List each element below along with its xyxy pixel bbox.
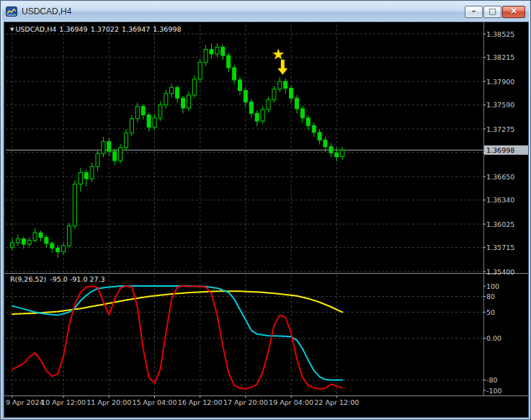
svg-text:22 Apr 12:00: 22 Apr 12:00 — [314, 398, 359, 406]
svg-text:1.37590: 1.37590 — [486, 101, 514, 109]
svg-text:100: 100 — [486, 282, 499, 290]
price-axis[interactable]: 1.385251.382151.379001.375901.372751.366… — [483, 30, 514, 395]
svg-text:-80: -80 — [486, 376, 498, 384]
chart-app-icon — [6, 6, 17, 17]
maximize-button[interactable]: □ — [483, 6, 501, 18]
info-low: 1.36947 — [122, 25, 150, 33]
minimize-button[interactable]: – — [465, 6, 483, 18]
svg-text:9 Apr 2024: 9 Apr 2024 — [6, 398, 44, 406]
oscillator-line-cyan — [12, 286, 342, 380]
ohlc-info-line: ▼USDCAD,H41.369491.370221.369471.36998 — [10, 25, 184, 33]
current-price-label: 1.36998 — [484, 146, 528, 155]
svg-text:1.36650: 1.36650 — [486, 173, 514, 181]
svg-text:19 Apr 04:00: 19 Apr 04:00 — [269, 398, 313, 406]
svg-text:16 Apr 12:00: 16 Apr 12:00 — [178, 398, 223, 406]
candlestick-layer[interactable] — [11, 43, 344, 258]
svg-text:15 Apr 04:00: 15 Apr 04:00 — [133, 398, 177, 406]
svg-text:1.36025: 1.36025 — [486, 220, 514, 228]
svg-text:1.38215: 1.38215 — [486, 53, 514, 61]
svg-text:80: 80 — [486, 292, 495, 300]
svg-text:50: 50 — [486, 308, 495, 316]
close-button[interactable]: × — [502, 6, 525, 18]
info-symbol: USDCAD,H4 — [15, 25, 56, 33]
svg-text:1.35400: 1.35400 — [486, 268, 514, 276]
symbol-marker-icon: ▼ — [10, 27, 14, 32]
close-icon: × — [510, 6, 517, 15]
svg-text:11 Apr 20:00: 11 Apr 20:00 — [86, 398, 131, 406]
time-axis[interactable]: 9 Apr 202410 Apr 12:0011 Apr 20:0015 Apr… — [6, 396, 359, 406]
window-title: USDCAD,H4 — [22, 6, 464, 17]
info-open: 1.36949 — [59, 25, 87, 33]
info-high: 1.37022 — [91, 25, 119, 33]
svg-text:1.38525: 1.38525 — [486, 30, 514, 38]
maximize-icon: □ — [488, 7, 496, 15]
svg-text:17 Apr 20:00: 17 Apr 20:00 — [223, 398, 268, 406]
title-bar[interactable]: USDCAD,H4 – □ × — [2, 2, 529, 21]
svg-text:10 Apr 12:00: 10 Apr 12:00 — [41, 398, 86, 406]
svg-text:1.36340: 1.36340 — [486, 196, 514, 204]
grid-layer — [6, 24, 483, 395]
svg-text:1.36998: 1.36998 — [486, 146, 514, 154]
svg-text:-100: -100 — [486, 387, 502, 395]
arrow-down-marker[interactable] — [277, 60, 287, 75]
svg-text:0.00: 0.00 — [486, 334, 501, 342]
info-close: 1.36998 — [153, 25, 181, 33]
chart-area[interactable]: 1.385251.382151.379001.375901.372751.366… — [4, 22, 529, 418]
oscillator-line-yellow — [12, 291, 342, 314]
chart-window: USDCAD,H4 – □ × 1.385251.382151.379001.3… — [0, 0, 531, 420]
window-controls: – □ × — [464, 6, 525, 18]
indicator-label: R(9,26,52)-95.0 -91.0 27.3 — [10, 275, 109, 283]
chart-canvas[interactable]: 1.385251.382151.379001.375901.372751.366… — [4, 22, 528, 417]
svg-text:1.37275: 1.37275 — [486, 125, 514, 133]
star-marker[interactable] — [272, 48, 284, 59]
svg-text:1.35715: 1.35715 — [486, 243, 514, 251]
minimize-icon: – — [472, 7, 476, 15]
indicator-name: R(9,26,52) — [10, 275, 46, 283]
indicator-values: -95.0 -91.0 27.3 — [50, 275, 104, 283]
svg-text:1.37900: 1.37900 — [486, 78, 514, 86]
